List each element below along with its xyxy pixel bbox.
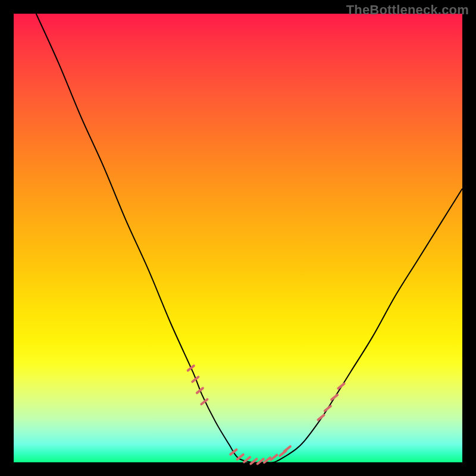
highlight-dot <box>271 455 277 460</box>
highlight-dot <box>230 450 236 455</box>
chart-frame: TheBottleneck.com <box>0 0 476 476</box>
bottleneck-curve <box>36 14 462 463</box>
highlight-dot <box>264 458 270 462</box>
highlight-dot <box>331 395 337 400</box>
curve-layer <box>14 14 462 462</box>
highlight-dot <box>284 446 290 451</box>
highlight-dot <box>325 406 331 411</box>
